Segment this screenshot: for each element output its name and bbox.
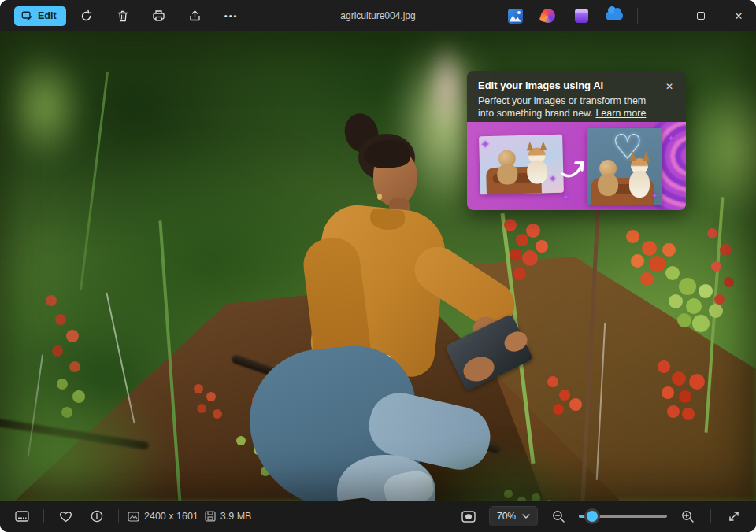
statusbar-divider: [118, 509, 119, 523]
zoom-level-dropdown[interactable]: 70%: [489, 506, 538, 526]
zoom-out-button[interactable]: [546, 504, 571, 528]
titlebar-right: – ✕: [500, 0, 756, 31]
photos-app-window: Edit ••• agriculture004.jpg: [0, 0, 756, 532]
promo-puppy-doodle: [598, 160, 618, 198]
zoom-slider-thumb[interactable]: [587, 511, 598, 522]
promo-puppy-corgi: [524, 144, 549, 184]
heart-icon: [59, 511, 72, 523]
promo-before-photo: ✦ ✦: [479, 135, 564, 195]
puppy-body: [527, 160, 548, 184]
storage-icon: [205, 511, 216, 522]
puppy-body: [497, 164, 518, 185]
dimensions-value: 2400 x 1601: [144, 511, 198, 522]
close-icon: ✕: [735, 10, 743, 22]
ai-promo-image[interactable]: ✦ ✦ ♡: [467, 122, 686, 210]
filesize-value: 3.9 MB: [220, 511, 252, 522]
zoom-in-icon: [681, 510, 695, 523]
file-info-button[interactable]: [84, 504, 109, 528]
zoom-level-value: 70%: [497, 511, 516, 522]
edit-button-label: Edit: [38, 10, 57, 21]
learn-more-link[interactable]: Learn more: [595, 108, 646, 119]
puppy-ear: [539, 141, 547, 150]
ai-flyout-body: Perfect your images or transform them in…: [478, 94, 664, 120]
photos-gallery-button[interactable]: [500, 2, 530, 29]
file-size: 3.9 MB: [205, 511, 252, 522]
trash-icon: [117, 9, 129, 23]
print-icon: [152, 9, 165, 22]
edit-button[interactable]: Edit: [14, 6, 66, 26]
rotate-icon: [80, 9, 93, 23]
maximize-button[interactable]: [684, 0, 718, 31]
designer-button[interactable]: [533, 2, 563, 29]
clipchamp-button[interactable]: [566, 2, 596, 29]
promo-puppy-doodle: [497, 150, 518, 185]
statusbar-divider: [710, 509, 711, 523]
photo-viewer[interactable]: Edit your images using AI Perfect your i…: [0, 31, 756, 501]
onedrive-cloud-icon: [606, 11, 623, 20]
ai-flyout-title: Edit your images using AI: [478, 79, 675, 91]
more-options-icon: •••: [224, 11, 239, 20]
rotate-button[interactable]: [71, 2, 102, 29]
toolbar-left: Edit •••: [0, 2, 247, 29]
fullscreen-button[interactable]: [721, 504, 747, 528]
image-size-icon: [128, 512, 139, 522]
sparkle-icon: ✦: [667, 133, 675, 144]
clipchamp-app-icon: [575, 9, 588, 23]
onedrive-button[interactable]: [599, 2, 629, 29]
image-dimensions: 2400 x 1601: [128, 511, 198, 522]
transform-arrow-icon: [560, 157, 587, 180]
photos-app-icon: [508, 9, 523, 24]
titlebar-divider: [637, 8, 638, 24]
statusbar-divider: [43, 509, 44, 523]
promo-after-photo: ♡ ✦: [587, 128, 662, 205]
designer-app-icon: [539, 7, 558, 25]
statusbar: 2400 x 1601 3.9 MB 70%: [0, 501, 756, 532]
favorite-button[interactable]: [53, 504, 78, 528]
ai-flyout-close-button[interactable]: ✕: [661, 78, 678, 95]
edit-image-icon: [21, 10, 32, 21]
more-options-button[interactable]: •••: [216, 2, 247, 29]
ai-flyout-close-icon: ✕: [665, 81, 673, 92]
zoom-out-icon: [552, 510, 565, 523]
close-button[interactable]: ✕: [721, 0, 756, 31]
puppy-body: [598, 174, 618, 196]
puppy-ear: [526, 142, 533, 151]
fit-to-window-icon: [461, 511, 476, 523]
filmstrip-toggle-button[interactable]: [9, 504, 35, 528]
zoom-in-button[interactable]: [675, 504, 700, 528]
filmstrip-icon: [15, 511, 29, 522]
share-icon: [188, 9, 202, 22]
statusbar-right: 70%: [456, 504, 756, 528]
sparkle-icon: ✦: [561, 191, 570, 203]
minimize-button[interactable]: –: [646, 0, 680, 31]
minimize-icon: –: [660, 10, 665, 22]
ai-flyout-header: Edit your images using AI Perfect your i…: [467, 71, 686, 120]
sparkle-icon: ✦: [549, 174, 557, 184]
sparkle-icon: ✦: [651, 191, 658, 200]
puppy-ear: [643, 151, 650, 161]
delete-button[interactable]: [107, 2, 139, 29]
zoom-slider[interactable]: [579, 511, 667, 522]
chevron-down-icon: [522, 514, 530, 519]
print-button[interactable]: [143, 2, 175, 29]
ai-edit-flyout: Edit your images using AI Perfect your i…: [467, 71, 686, 210]
puppy-body: [629, 171, 650, 198]
promo-puppy-corgi: [628, 155, 651, 199]
statusbar-left: 2400 x 1601 3.9 MB: [0, 504, 251, 528]
maximize-icon: [697, 12, 705, 20]
share-button[interactable]: [180, 2, 211, 29]
info-icon: [91, 510, 103, 523]
titlebar: Edit ••• agriculture004.jpg: [0, 0, 756, 31]
fit-to-window-button[interactable]: [456, 504, 481, 528]
sparkle-icon: ✦: [480, 138, 490, 150]
fullscreen-icon: [728, 510, 740, 523]
